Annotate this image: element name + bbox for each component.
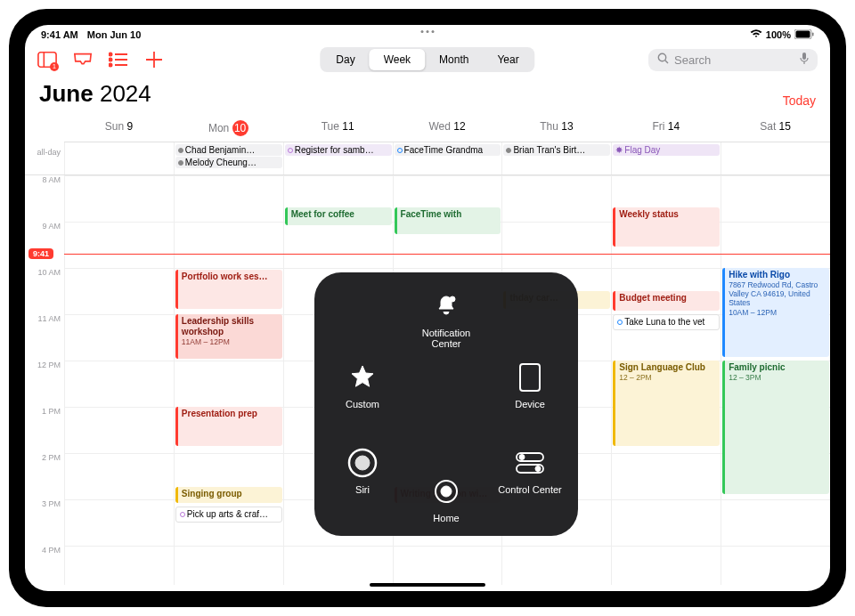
svg-point-7 (109, 63, 111, 66)
event[interactable]: Leadership skills workshop11AM – 12PM (175, 314, 282, 359)
svg-point-5 (109, 53, 111, 55)
mic-icon[interactable] (800, 53, 809, 68)
at-siri[interactable]: Siri (327, 445, 398, 495)
view-segmented: Day Week Month Year (320, 47, 534, 72)
today-button[interactable]: Today (783, 93, 816, 108)
event[interactable]: Singing group (175, 487, 282, 503)
day-col-sun[interactable] (64, 175, 174, 585)
svg-rect-15 (802, 53, 806, 60)
svg-point-6 (109, 58, 111, 61)
svg-rect-18 (520, 364, 540, 391)
status-date: Mon Jun 10 (87, 29, 142, 40)
svg-rect-2 (812, 32, 814, 36)
event[interactable]: Take Luna to the vet (613, 314, 720, 330)
svg-rect-1 (796, 30, 810, 37)
svg-point-20 (355, 456, 370, 470)
assistivetouch-menu[interactable]: Notification Center Custom Device Siri C… (314, 272, 578, 536)
add-icon[interactable] (144, 50, 164, 69)
event[interactable]: Budget meeting (613, 291, 720, 311)
inbox-icon[interactable] (73, 50, 93, 69)
list-icon[interactable] (109, 50, 128, 69)
status-bar: 9:41 AM Mon Jun 10 100% (25, 25, 830, 43)
allday-event[interactable]: ✸Flag Day (613, 144, 720, 156)
seg-day[interactable]: Day (322, 49, 369, 70)
event[interactable]: Weekly status (613, 207, 720, 247)
event[interactable]: FaceTime with (395, 207, 501, 234)
at-device[interactable]: Device (494, 360, 566, 409)
status-time: 9:41 AM (41, 29, 78, 40)
allday-event[interactable]: Melody Cheung… (175, 157, 282, 168)
svg-point-24 (535, 466, 541, 472)
at-custom[interactable]: Custom (327, 360, 398, 409)
allday-event[interactable]: Chad Benjamin… (175, 144, 282, 156)
star-icon (345, 360, 380, 395)
day-col-sat[interactable]: Hike with Rigo7867 Redwood Rd, Castro Va… (721, 175, 830, 585)
allday-row: all-day Chad Benjamin… Melody Cheung… Re… (25, 142, 830, 175)
search-icon (657, 53, 669, 67)
day-col-fri[interactable]: Weekly status Budget meeting Take Luna t… (611, 175, 721, 585)
seg-month[interactable]: Month (425, 49, 483, 70)
now-time-badge: 9:41 (28, 248, 53, 259)
svg-point-17 (450, 296, 455, 302)
at-control-center[interactable]: Control Center (494, 445, 566, 495)
screen: 9:41 AM Mon Jun 10 100% 1 (25, 25, 830, 591)
search-input[interactable]: Search (648, 49, 818, 71)
battery-icon (794, 29, 814, 41)
event[interactable]: Pick up arts & craf… (175, 507, 282, 523)
siri-icon (345, 445, 380, 481)
home-indicator[interactable] (370, 583, 485, 587)
ipad-icon (512, 360, 548, 395)
week-header: Sun 9 Mon 10 Tue 11 Wed 12 Thu 13 Fri 14… (64, 115, 830, 142)
toolbar: 1 Day Week Month Year Sea (25, 43, 830, 77)
svg-point-22 (519, 455, 525, 460)
multitask-dots[interactable] (421, 30, 435, 33)
event[interactable]: Presentation prep (175, 407, 282, 446)
event[interactable]: Sign Language Club12 – 2PM (613, 361, 720, 446)
sidebar-toggle-icon[interactable]: 1 (37, 50, 57, 69)
search-placeholder: Search (674, 53, 711, 67)
month-title: June 2024 (39, 80, 151, 108)
sidebar-badge: 1 (50, 62, 59, 71)
at-home[interactable]: Home (411, 474, 482, 523)
seg-year[interactable]: Year (483, 49, 533, 70)
event[interactable]: Family picnic12 – 3PM (722, 361, 829, 494)
day-col-mon[interactable]: Portfolio work ses… Leadership skills wo… (174, 175, 283, 585)
hours-col: 8 AM 9 AM 10 AM 11 AM 12 PM 1 PM 2 PM 3 … (25, 175, 64, 585)
event[interactable]: Portfolio work ses… (175, 270, 282, 309)
home-button-icon (428, 474, 464, 509)
battery-pct: 100% (766, 29, 791, 40)
ipad-frame: 9:41 AM Mon Jun 10 100% 1 (9, 9, 846, 607)
event[interactable]: Meet for coffee (285, 207, 392, 225)
event[interactable]: Hike with Rigo7867 Redwood Rd, Castro Va… (722, 268, 829, 357)
svg-point-13 (658, 53, 665, 61)
wifi-icon (750, 29, 762, 40)
allday-event[interactable]: Brian Tran's Birt… (503, 144, 610, 156)
svg-point-26 (441, 486, 452, 497)
svg-line-14 (665, 61, 668, 63)
now-line (64, 254, 830, 255)
allday-event[interactable]: FaceTime Grandma (395, 144, 501, 156)
at-notification-center[interactable]: Notification Center (411, 288, 482, 349)
seg-week[interactable]: Week (370, 49, 425, 70)
allday-event[interactable]: Register for samb… (285, 144, 392, 156)
toggles-icon (512, 445, 548, 481)
bell-icon (428, 288, 464, 324)
star-icon: ✸ (615, 145, 623, 155)
